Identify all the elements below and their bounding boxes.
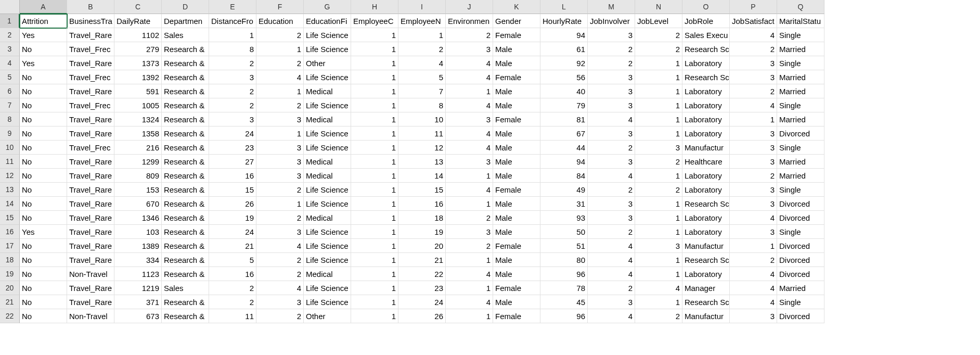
cell[interactable]: 7 [398, 84, 446, 98]
cell[interactable]: Manager [682, 281, 730, 295]
cell[interactable]: 3 [730, 155, 777, 169]
row-header-4[interactable]: 4 [0, 56, 20, 70]
row-header-16[interactable]: 16 [0, 225, 20, 239]
cell[interactable]: Life Science [304, 28, 351, 42]
row-header-9[interactable]: 9 [0, 126, 20, 141]
header-cell[interactable]: Departmen [162, 14, 209, 28]
cell[interactable]: 1358 [114, 126, 162, 141]
cell[interactable]: 22 [398, 267, 446, 281]
header-cell[interactable]: MaritalStatu [777, 14, 824, 28]
cell[interactable]: Travel_Rare [67, 169, 114, 183]
col-header-Q[interactable]: Q [777, 0, 824, 14]
cell[interactable]: 96 [540, 309, 588, 323]
cell[interactable]: 1 [635, 267, 682, 281]
cell[interactable]: 3 [588, 98, 635, 112]
cell[interactable]: 1 [351, 112, 398, 126]
cell[interactable]: 3 [730, 141, 777, 155]
cell[interactable]: 1 [635, 98, 682, 112]
cell[interactable]: 3 [256, 141, 304, 155]
cell[interactable]: 1324 [114, 112, 162, 126]
cell[interactable]: No [20, 211, 67, 225]
col-header-M[interactable]: M [588, 0, 635, 14]
cell[interactable]: 1 [256, 42, 304, 56]
cell[interactable]: Research Sc [682, 70, 730, 84]
cell[interactable]: 1 [446, 84, 493, 98]
col-header-K[interactable]: K [493, 0, 540, 14]
cell[interactable]: No [20, 112, 67, 126]
cell[interactable]: No [20, 70, 67, 84]
cell[interactable]: Research & [162, 98, 209, 112]
cell[interactable]: 1 [209, 28, 256, 42]
cell[interactable]: 1 [351, 70, 398, 84]
cell[interactable]: 1 [351, 155, 398, 169]
cell[interactable]: 44 [540, 141, 588, 155]
cell[interactable]: 80 [540, 253, 588, 267]
cell[interactable]: No [20, 295, 67, 309]
cell[interactable]: Married [777, 155, 824, 169]
cell[interactable]: 19 [398, 225, 446, 239]
cell[interactable]: 2 [730, 253, 777, 267]
cell[interactable]: 1 [635, 211, 682, 225]
cell[interactable]: 1 [635, 197, 682, 211]
cell[interactable]: 26 [398, 309, 446, 323]
cell[interactable]: 2 [635, 183, 682, 197]
header-cell[interactable]: Environmen [446, 14, 493, 28]
cell[interactable]: Travel_Rare [67, 225, 114, 239]
cell[interactable]: Travel_Rare [67, 84, 114, 98]
cell[interactable]: Female [493, 112, 540, 126]
cell[interactable]: 216 [114, 141, 162, 155]
cell[interactable]: 1 [351, 98, 398, 112]
cell[interactable]: 15 [209, 183, 256, 197]
cell[interactable]: 3 [446, 155, 493, 169]
cell[interactable]: No [20, 183, 67, 197]
cell[interactable]: 1 [351, 42, 398, 56]
cell[interactable]: 4 [446, 295, 493, 309]
cell[interactable]: Laboratory [682, 56, 730, 70]
cell[interactable]: 26 [209, 197, 256, 211]
cell[interactable]: 1219 [114, 281, 162, 295]
cell[interactable]: Male [493, 225, 540, 239]
cell[interactable]: No [20, 126, 67, 141]
cell[interactable]: 1 [351, 28, 398, 42]
header-cell[interactable]: EmployeeC [351, 14, 398, 28]
cell[interactable]: Research Sc [682, 42, 730, 56]
cell[interactable]: 334 [114, 253, 162, 267]
cell[interactable]: 3 [256, 112, 304, 126]
cell[interactable]: Yes [20, 28, 67, 42]
cell[interactable]: 2 [588, 56, 635, 70]
cell[interactable]: 49 [540, 183, 588, 197]
row-header-20[interactable]: 20 [0, 281, 20, 295]
cell[interactable]: Divorced [777, 253, 824, 267]
cell[interactable]: Research & [162, 126, 209, 141]
row-header-12[interactable]: 12 [0, 169, 20, 183]
cell[interactable]: Research & [162, 183, 209, 197]
header-cell[interactable]: JobInvolver [588, 14, 635, 28]
header-cell[interactable]: Gender [493, 14, 540, 28]
cell[interactable]: Travel_Rare [67, 155, 114, 169]
cell[interactable]: No [20, 309, 67, 323]
col-header-C[interactable]: C [114, 0, 162, 14]
cell[interactable]: 2 [256, 267, 304, 281]
cell[interactable]: 2 [256, 183, 304, 197]
cell[interactable]: 20 [398, 239, 446, 253]
cell[interactable]: No [20, 42, 67, 56]
cell[interactable]: 3 [256, 295, 304, 309]
cell[interactable]: 2 [635, 42, 682, 56]
cell[interactable]: 27 [209, 155, 256, 169]
cell[interactable]: 1 [351, 281, 398, 295]
cell[interactable]: 10 [398, 112, 446, 126]
cell[interactable]: 78 [540, 281, 588, 295]
cell[interactable]: Laboratory [682, 126, 730, 141]
cell[interactable]: Travel_Rare [67, 197, 114, 211]
cell[interactable]: 1 [635, 56, 682, 70]
row-header-18[interactable]: 18 [0, 253, 20, 267]
cell[interactable]: 2 [730, 84, 777, 98]
header-cell[interactable]: DailyRate [114, 14, 162, 28]
cell[interactable]: Research & [162, 211, 209, 225]
row-header-11[interactable]: 11 [0, 155, 20, 169]
cell[interactable]: 8 [209, 42, 256, 56]
cell[interactable]: 92 [540, 56, 588, 70]
cell[interactable]: Divorced [777, 126, 824, 141]
header-cell[interactable]: BusinessTra [67, 14, 114, 28]
cell[interactable]: Male [493, 126, 540, 141]
